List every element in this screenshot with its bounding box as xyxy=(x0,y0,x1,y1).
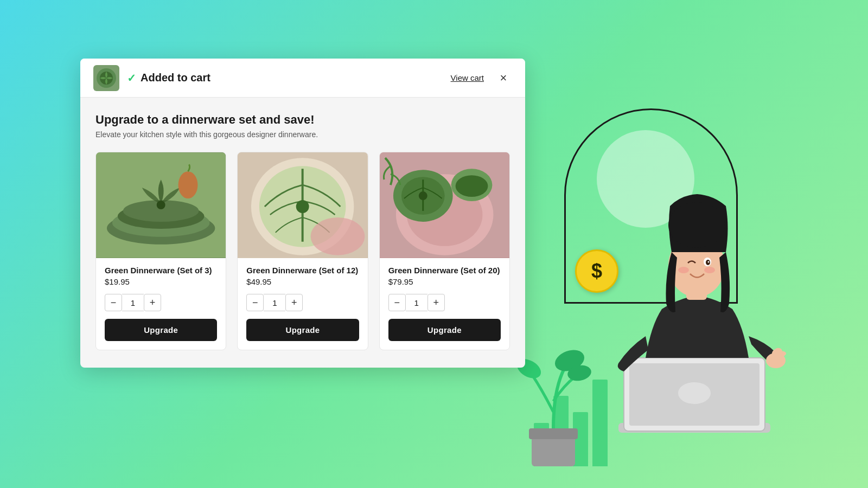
svg-point-16 xyxy=(678,267,689,273)
svg-point-13 xyxy=(704,258,711,266)
product-price-2: $49.95 xyxy=(246,277,359,286)
svg-point-11 xyxy=(668,234,725,297)
qty-value-3: 1 xyxy=(406,294,427,311)
product-info-3: Green Dinnerware (Set of 20) $79.95 − 1 … xyxy=(380,258,509,350)
close-button[interactable]: × xyxy=(495,69,512,87)
svg-point-30 xyxy=(296,200,309,213)
svg-rect-10 xyxy=(686,279,707,300)
product-card-2: Green Dinnerware (Set of 12) $49.95 − 1 … xyxy=(237,152,368,350)
background-circle-decoration xyxy=(597,130,694,228)
view-cart-button[interactable]: View cart xyxy=(451,73,484,82)
upgrade-title: Upgrade to a dinnerware set and save! xyxy=(95,113,510,127)
qty-row-2: − 1 + xyxy=(246,294,359,311)
svg-point-12 xyxy=(668,202,725,248)
product-name-1: Green Dinnerware (Set of 3) xyxy=(105,266,217,275)
background-bar-chart xyxy=(534,380,608,466)
svg-point-39 xyxy=(455,175,488,197)
svg-point-17 xyxy=(704,267,715,273)
modal-body: Upgrade to a dinnerware set and save! El… xyxy=(80,98,525,368)
product-card-3: Green Dinnerware (Set of 20) $79.95 − 1 … xyxy=(379,152,510,350)
svg-point-26 xyxy=(178,171,198,198)
upgrade-button-3[interactable]: Upgrade xyxy=(388,319,501,341)
qty-increase-3[interactable]: + xyxy=(427,294,445,311)
upgrade-subtitle: Elevate your kitchen style with this gor… xyxy=(95,130,510,139)
qty-row-3: − 1 + xyxy=(388,294,501,311)
coin-badge: $ xyxy=(575,249,618,293)
product-name-2: Green Dinnerware (Set of 12) xyxy=(246,266,359,275)
modal-header: ✓ Added to cart View cart × xyxy=(80,59,525,98)
svg-point-25 xyxy=(157,201,165,209)
svg-point-2 xyxy=(552,346,588,375)
product-3-image-svg xyxy=(380,152,509,258)
bar-1 xyxy=(534,423,549,466)
product-info-2: Green Dinnerware (Set of 12) $49.95 − 1 … xyxy=(238,258,367,350)
svg-point-14 xyxy=(706,260,710,265)
product-info-1: Green Dinnerware (Set of 3) $19.95 − 1 +… xyxy=(96,258,226,350)
thumbnail-icon xyxy=(95,67,117,89)
svg-point-31 xyxy=(311,217,365,255)
svg-point-8 xyxy=(678,382,711,404)
bar-2 xyxy=(553,396,569,466)
qty-row-1: − 1 + xyxy=(105,294,217,311)
product-name-3: Green Dinnerware (Set of 20) xyxy=(388,266,501,275)
qty-value-1: 1 xyxy=(122,294,144,311)
product-thumbnail xyxy=(93,65,119,91)
svg-point-37 xyxy=(418,191,427,200)
product-1-image-svg xyxy=(96,152,226,258)
svg-rect-6 xyxy=(624,358,765,431)
product-image-1 xyxy=(96,152,226,258)
svg-point-15 xyxy=(708,261,710,263)
qty-increase-2[interactable]: + xyxy=(285,294,303,311)
svg-point-9 xyxy=(766,353,786,368)
product-price-1: $19.95 xyxy=(105,277,217,286)
coin-symbol: $ xyxy=(591,260,602,282)
svg-rect-5 xyxy=(618,423,770,433)
upgrade-button-2[interactable]: Upgrade xyxy=(246,319,359,341)
qty-decrease-3[interactable]: − xyxy=(388,294,406,311)
qty-increase-1[interactable]: + xyxy=(144,294,161,311)
product-image-3 xyxy=(380,152,509,258)
modal: ✓ Added to cart View cart × Upgrade to a… xyxy=(80,59,525,368)
bar-4 xyxy=(592,380,608,466)
product-price-3: $79.95 xyxy=(388,277,501,286)
bar-3 xyxy=(573,412,588,466)
product-image-2 xyxy=(238,152,367,258)
qty-value-2: 1 xyxy=(264,294,285,311)
qty-decrease-1[interactable]: − xyxy=(105,294,122,311)
upgrade-button-1[interactable]: Upgrade xyxy=(105,319,217,341)
products-row: Green Dinnerware (Set of 3) $19.95 − 1 +… xyxy=(95,152,510,350)
added-to-cart-title: Added to cart xyxy=(141,72,451,84)
product-2-image-svg xyxy=(238,152,367,258)
qty-decrease-2[interactable]: − xyxy=(246,294,264,311)
svg-rect-7 xyxy=(629,363,760,426)
product-card-1: Green Dinnerware (Set of 3) $19.95 − 1 +… xyxy=(95,152,226,350)
check-icon: ✓ xyxy=(127,72,136,85)
